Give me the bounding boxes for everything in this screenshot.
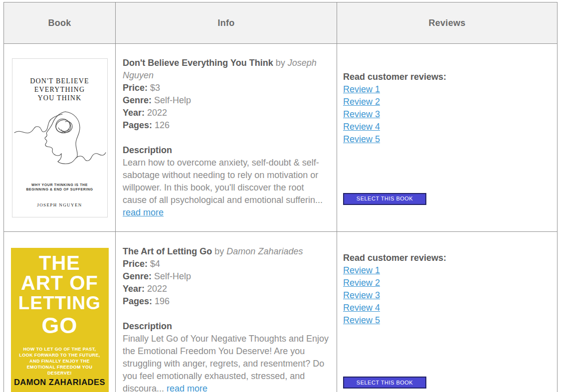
spacer [343,327,551,377]
genre-value: Self-Help [154,95,191,105]
genre-value: Self-Help [154,271,191,281]
book-title-line: The Art of Letting Go by Damon Zahariade… [123,245,330,258]
price-value: $3 [150,83,160,93]
book-cover-cell-1: DON'T BELIEVE EVERYTHING YOU THINK [4,44,116,232]
review-link-3[interactable]: Review 3 [343,108,380,121]
cover-tagline: HOW TO LET GO OF THE PAST, LOOK FORWARD … [11,346,109,376]
year-line: Year: 2022 [123,107,330,119]
description-text: Finally Let Go of Your Negative Thoughts… [123,333,330,392]
book-cover-art-of-letting-go: THE ART OF LETTING GO HOW TO LET GO OF T… [11,248,109,392]
review-link-4[interactable]: Review 4 [343,302,380,314]
pages-value: 196 [155,296,170,306]
select-book-button[interactable]: SELECT THIS BOOK [343,377,426,389]
price-value: $4 [150,259,160,269]
description-heading: Description [123,144,330,157]
book-info-cell-1: Don't Believe Everything You Think by Jo… [116,44,337,232]
cover-title-line: GO [11,313,109,339]
pages-line: Pages: 126 [123,119,330,132]
description-text: Learn how to overcome anxiety, self-doub… [123,157,330,219]
review-link-2[interactable]: Review 2 [343,96,380,108]
spacer [343,146,551,193]
book-title-line: Don't Believe Everything You Think by Jo… [123,57,330,82]
reviews-heading: Read customer reviews: [343,71,551,83]
year-value: 2022 [147,108,167,118]
cover-title-line: THE [11,252,109,274]
review-link-5[interactable]: Review 5 [343,133,380,146]
description-heading: Description [123,320,330,333]
table-row-book-2: THE ART OF LETTING GO HOW TO LET GO OF T… [4,232,558,392]
genre-line: Genre: Self-Help [123,94,330,107]
book-reviews-cell-1: Read customer reviews: Review 1 Review 2… [337,44,558,232]
review-link-2[interactable]: Review 2 [343,277,380,289]
book-cover-dont-believe: DON'T BELIEVE EVERYTHING YOU THINK [12,58,108,217]
read-more-link[interactable]: read more [167,384,207,392]
column-header-reviews: Reviews [337,2,558,44]
review-link-1[interactable]: Review 1 [343,264,380,277]
reviews-heading: Read customer reviews: [343,252,551,264]
book-author: Damon Zahariades [226,246,303,256]
pages-value: 126 [155,120,170,130]
year-value: 2022 [147,284,167,294]
pages-line: Pages: 196 [123,295,330,308]
column-header-info: Info [116,2,337,44]
review-link-4[interactable]: Review 4 [343,121,380,133]
face-line-art-icon [13,107,106,172]
table-header-row: Book Info Reviews [4,2,558,44]
book-title: Don't Believe Everything You Think [123,58,273,68]
genre-line: Genre: Self-Help [123,270,330,283]
read-more-link[interactable]: read more [123,207,164,217]
book-reviews-cell-2: Read customer reviews: Review 1 Review 2… [337,232,558,392]
book-cover-cell-2: THE ART OF LETTING GO HOW TO LET GO OF T… [4,232,116,392]
book-info-cell-2: The Art of Letting Go by Damon Zahariade… [116,232,337,392]
column-header-book: Book [4,2,116,44]
by-label: by [214,246,224,256]
cover-title-line: LETTING [11,293,109,314]
cover-tagline: WHY YOUR THINKING IS THE BEGINNING & END… [12,183,107,192]
books-table: Book Info Reviews DON'T BELIEVE EVERYTHI… [3,2,558,392]
price-line: Price: $3 [123,82,330,94]
review-link-1[interactable]: Review 1 [343,83,380,96]
price-line: Price: $4 [123,258,330,270]
cover-title: DON'T BELIEVE EVERYTHING YOU THINK [12,77,107,102]
cover-title-line: ART OF [11,272,109,294]
review-link-5[interactable]: Review 5 [343,314,380,327]
cover-author: DAMON ZAHARIADES [11,378,109,387]
review-link-3[interactable]: Review 3 [343,289,380,302]
cover-author: JOSEPH NGUYEN [12,202,107,207]
by-label: by [276,58,285,68]
book-title: The Art of Letting Go [123,246,212,256]
select-book-button[interactable]: SELECT THIS BOOK [343,193,426,205]
table-row-book-1: DON'T BELIEVE EVERYTHING YOU THINK [4,44,558,232]
year-line: Year: 2022 [123,283,330,295]
